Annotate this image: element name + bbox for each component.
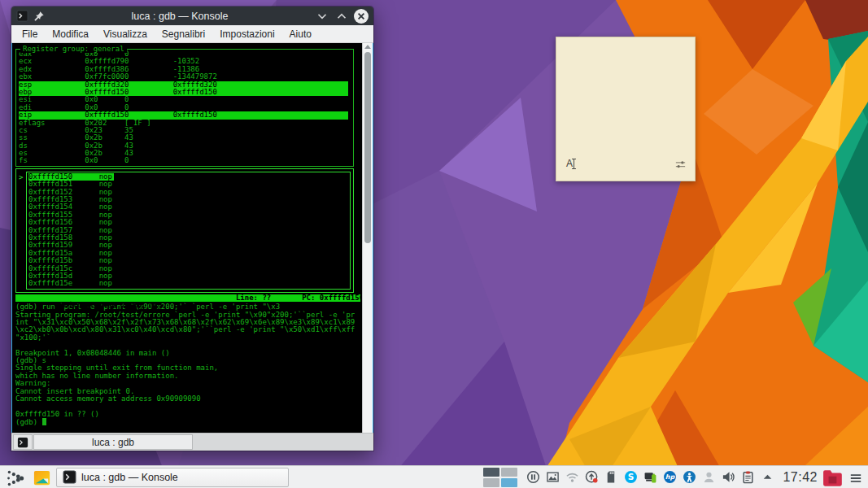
menu-impostazioni[interactable]: Impostazioni <box>212 28 281 40</box>
menu-aiuto[interactable]: Aiuto <box>282 28 319 40</box>
menu-visualizza[interactable]: Visualizza <box>96 28 155 40</box>
gdb-output: (gdb) run `perl -e 'print "\x90"x200;'` … <box>15 303 362 418</box>
system-tray: Shp <box>526 470 774 485</box>
terminal-cursor <box>42 418 46 425</box>
status-line-number: Line: ?? <box>236 294 271 303</box>
status-process: child process 22462 In: <box>59 301 161 309</box>
gdb-output-line: which has no line number information. <box>15 373 362 380</box>
gdb-output-line: "x100;'` <box>15 334 362 342</box>
gdb-output-line: \xc2\xb0\x0b\xcd\x80\x31\xc0\x40\xcd\x80… <box>15 326 362 333</box>
menu-modifica[interactable]: Modifica <box>45 28 96 40</box>
gdb-prompt[interactable]: (gdb) <box>15 418 362 425</box>
pager-desktop-2[interactable] <box>501 468 517 477</box>
app-launcher-button[interactable] <box>5 468 26 487</box>
pager-desktop-4[interactable] <box>501 478 517 487</box>
task-button-konsole[interactable]: luca : gdb — Konsole <box>56 468 289 487</box>
konsole-window: luca : gdb — Konsole FileModificaVisuali… <box>11 7 373 451</box>
titlebar[interactable]: luca : gdb — Konsole <box>11 7 373 25</box>
device-notifier-icon[interactable] <box>604 470 618 485</box>
tab-bar: luca : gdb <box>11 433 373 451</box>
tab-list-button[interactable] <box>13 434 33 450</box>
svg-text:hp: hp <box>665 473 676 481</box>
scrollbar-up-arrow[interactable] <box>364 45 371 49</box>
register-row-fs: fs 0x0 0 <box>19 157 353 164</box>
hp-icon[interactable]: hp <box>662 470 677 485</box>
text-cursor <box>574 159 574 169</box>
terminal[interactable]: Register group: general eax 0x0 0ecx 0xf… <box>12 43 362 433</box>
gdb-output-line: 0xffffd150 in ?? () <box>15 411 362 418</box>
tab-luca-gdb[interactable]: luca : gdb <box>33 434 193 450</box>
image-icon[interactable] <box>545 470 560 485</box>
pager-desktop-3[interactable] <box>483 478 499 487</box>
desktop: A luca : gdb — Konsole Fi <box>0 0 868 488</box>
updates-icon[interactable] <box>584 470 599 485</box>
menubar: FileModificaVisualizzaSegnalibriImpostaz… <box>11 25 373 43</box>
user-switch-icon[interactable] <box>701 470 716 485</box>
asm-row-0xffffd15e: 0xffffd15e nop <box>28 280 350 287</box>
taskbar: luca : gdb — Konsole Shp 17:42 <box>0 465 868 488</box>
status-pc: PC: 0xffffd150 <box>302 294 362 303</box>
window-title: luca : gdb — Konsole <box>50 11 310 22</box>
register-window-title: Register group: general <box>20 46 127 53</box>
skype-icon[interactable]: S <box>623 470 638 485</box>
wifi-icon[interactable] <box>565 470 579 485</box>
konsole-icon <box>63 470 76 484</box>
svg-text:S: S <box>628 472 635 482</box>
terminal-frame: Register group: general eax 0x0 0ecx 0xf… <box>11 43 373 433</box>
battery-monitor-icon[interactable] <box>643 470 657 485</box>
close-button[interactable] <box>354 9 369 24</box>
expand-tray-icon[interactable] <box>760 470 774 485</box>
note-text[interactable]: A <box>566 158 574 169</box>
note-settings-icon[interactable] <box>674 159 687 171</box>
media-pause-icon[interactable] <box>526 470 540 485</box>
digital-clock[interactable]: 17:42 <box>783 470 818 485</box>
gdb-status-line: child process 22462 In: Line: ?? PC: 0xf… <box>15 294 360 303</box>
gdb-output-line: Cannot access memory at address 0x909090… <box>15 395 362 403</box>
scrollbar[interactable] <box>362 43 373 433</box>
maximize-button[interactable] <box>334 9 349 24</box>
sticky-note[interactable]: A <box>556 37 696 181</box>
assembly-window: > 0xffffd150 nop0xffffd151 nop0xffffd152… <box>15 168 354 293</box>
panel-toolbox-button[interactable] <box>848 471 863 484</box>
volume-icon[interactable] <box>721 470 735 485</box>
scrollbar-thumb[interactable] <box>364 52 371 243</box>
pin-icon[interactable] <box>33 11 45 22</box>
minimize-button[interactable] <box>315 9 329 24</box>
exec-point-marker: > <box>19 174 23 181</box>
clipboard-icon[interactable] <box>740 470 755 485</box>
gdb-output-line: Breakpoint 1, 0x08048446 in main () <box>15 350 362 357</box>
virtual-desktop-pager[interactable] <box>483 468 517 487</box>
task-button-label: luca : gdb — Konsole <box>81 472 178 483</box>
konsole-icon <box>16 10 28 22</box>
folder-widget-icon[interactable] <box>822 468 844 486</box>
pager-desktop-1[interactable] <box>483 468 499 477</box>
accessibility-icon[interactable] <box>682 470 696 485</box>
desktop-folder-button[interactable] <box>33 468 51 486</box>
menu-segnalibri[interactable]: Segnalibri <box>155 28 212 40</box>
menu-file[interactable]: File <box>15 28 45 40</box>
register-window: Register group: general eax 0x0 0ecx 0xf… <box>15 49 354 167</box>
